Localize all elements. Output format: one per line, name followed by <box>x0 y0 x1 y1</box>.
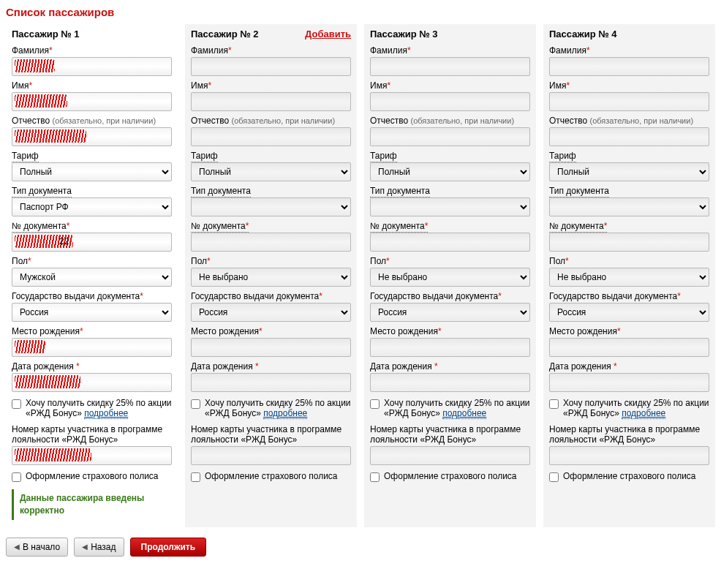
status-badge: Данные пассажира введены корректно <box>12 489 172 520</box>
discount-checkbox[interactable] <box>549 399 559 409</box>
bonus-input[interactable] <box>191 446 351 465</box>
country-select[interactable]: Россия <box>191 303 351 322</box>
doctype-select[interactable] <box>370 197 530 216</box>
page-title: Список пассажиров <box>6 6 715 18</box>
label-docno: № документа <box>12 221 172 231</box>
label-name: Имя <box>370 80 530 91</box>
label-bonus: Номер карты участника в программе лояльн… <box>191 424 351 445</box>
label-patronymic: Отчество (обязательно, при наличии) <box>549 116 709 126</box>
bonus-input[interactable] <box>370 446 530 465</box>
sex-select[interactable]: Не выбрано <box>370 268 530 287</box>
surname-input[interactable] <box>370 57 530 76</box>
label-birthdate: Дата рождения <box>12 361 172 372</box>
doctype-select[interactable] <box>549 197 709 216</box>
label-tariff: Тариф <box>12 151 172 161</box>
country-select[interactable]: Россия <box>549 303 709 322</box>
nav-back-button[interactable]: ◀Назад <box>74 538 124 557</box>
label-name: Имя <box>549 80 709 91</box>
discount-more-link[interactable]: подробнее <box>442 408 486 419</box>
discount-checkbox[interactable] <box>191 399 200 409</box>
doctype-select[interactable] <box>191 197 351 216</box>
surname-input[interactable] <box>191 57 351 76</box>
sex-select[interactable]: Не выбрано <box>191 268 351 287</box>
birthdate-input[interactable] <box>12 373 172 392</box>
birthplace-input[interactable] <box>370 338 530 357</box>
label-surname: Фамилия <box>191 45 351 56</box>
nav-start-button[interactable]: ◀В начало <box>6 538 68 557</box>
name-input[interactable] <box>12 92 172 111</box>
sex-select[interactable]: Не выбрано <box>549 268 709 287</box>
sex-select[interactable]: Мужской <box>12 268 172 287</box>
birthplace-input[interactable] <box>191 338 351 357</box>
label-country: Государство выдачи документа <box>370 291 530 301</box>
label-name: Имя <box>191 80 351 91</box>
passenger-col-3: Пассажир № 3 Фамилия Имя Отчество (обяза… <box>364 24 536 527</box>
label-doctype: Тип документа <box>12 186 172 196</box>
country-select[interactable]: Россия <box>12 303 172 322</box>
country-select[interactable]: Россия <box>370 303 530 322</box>
name-input[interactable] <box>549 92 709 111</box>
discount-checkbox[interactable] <box>12 399 21 409</box>
label-sex: Пол <box>370 256 530 266</box>
name-input[interactable] <box>370 92 530 111</box>
label-birthdate: Дата рождения <box>370 361 530 372</box>
tariff-select[interactable]: Полный <box>191 162 351 181</box>
birthdate-input[interactable] <box>549 373 709 392</box>
passenger-title: Пассажир № 2 <box>191 29 259 39</box>
tariff-select[interactable]: Полный <box>549 162 709 181</box>
docno-input[interactable] <box>549 233 709 252</box>
label-docno: № документа <box>191 221 351 231</box>
label-birthplace: Место рождения <box>191 326 351 336</box>
tariff-select[interactable]: Полный <box>370 162 530 181</box>
discount-checkbox[interactable] <box>370 399 380 409</box>
label-doctype: Тип документа <box>370 186 530 196</box>
label-bonus: Номер карты участника в программе лояльн… <box>549 424 709 445</box>
label-tariff: Тариф <box>370 151 530 161</box>
discount-more-link[interactable]: подробнее <box>622 408 665 419</box>
label-birthdate: Дата рождения <box>549 361 709 372</box>
docno-input[interactable] <box>12 233 172 252</box>
insurance-checkbox[interactable] <box>191 472 200 482</box>
label-birthplace: Место рождения <box>370 326 530 336</box>
patronymic-input[interactable] <box>370 127 530 146</box>
passenger-col-4: Пассажир № 4 Фамилия Имя Отчество (обяза… <box>543 24 715 527</box>
label-sex: Пол <box>191 256 351 266</box>
bonus-input[interactable] <box>549 446 709 465</box>
tariff-select[interactable]: Полный <box>12 162 172 181</box>
label-doctype: Тип документа <box>549 186 709 196</box>
surname-input[interactable] <box>549 57 709 76</box>
insurance-checkbox[interactable] <box>370 472 380 482</box>
docno-input[interactable] <box>191 233 351 252</box>
surname-input[interactable] <box>12 57 172 76</box>
label-patronymic: Отчество (обязательно, при наличии) <box>191 116 351 126</box>
label-birthplace: Место рождения <box>12 326 172 336</box>
passenger-title: Пассажир № 3 <box>370 29 438 39</box>
docno-input[interactable] <box>370 233 530 252</box>
insurance-checkbox[interactable] <box>12 472 21 482</box>
insurance-checkbox[interactable] <box>549 472 559 482</box>
birthdate-input[interactable] <box>191 373 351 392</box>
label-country: Государство выдачи документа <box>12 291 172 301</box>
name-input[interactable] <box>191 92 351 111</box>
bonus-input[interactable] <box>12 446 172 465</box>
label-patronymic: Отчество (обязательно, при наличии) <box>12 116 172 126</box>
discount-row: Хочу получить скидку 25% по акции «РЖД Б… <box>12 398 172 418</box>
add-passenger-link[interactable]: Добавить <box>305 29 351 39</box>
birthplace-input[interactable] <box>549 338 709 357</box>
patronymic-input[interactable] <box>12 127 172 146</box>
discount-more-link[interactable]: подробнее <box>84 408 128 419</box>
chevron-left-icon: ◀ <box>14 543 20 551</box>
discount-more-link[interactable]: подробнее <box>263 408 307 419</box>
doctype-select[interactable]: Паспорт РФ <box>12 197 172 216</box>
label-doctype: Тип документа <box>191 186 351 196</box>
nav-continue-button[interactable]: Продолжить <box>130 538 207 557</box>
label-surname: Фамилия <box>12 45 172 56</box>
label-docno: № документа <box>549 221 709 231</box>
patronymic-input[interactable] <box>549 127 709 146</box>
birthplace-input[interactable] <box>12 338 172 357</box>
label-name: Имя <box>12 80 172 91</box>
passenger-title: Пассажир № 1 <box>12 29 80 39</box>
label-docno: № документа <box>370 221 530 231</box>
birthdate-input[interactable] <box>370 373 530 392</box>
patronymic-input[interactable] <box>191 127 351 146</box>
